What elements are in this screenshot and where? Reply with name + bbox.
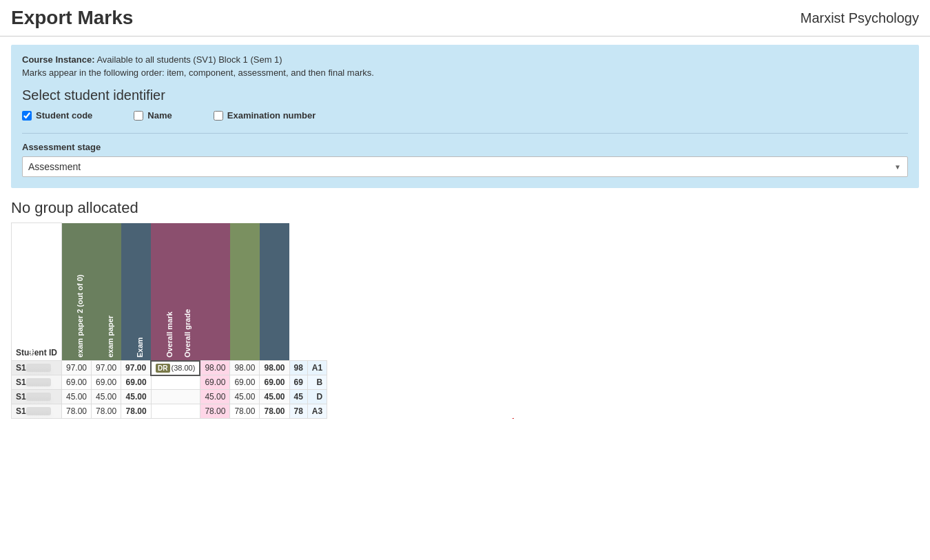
data-cell: 45.00 [62,390,92,404]
data-cell: 69.00 [230,375,260,390]
data-cell: 78.00 [62,404,92,419]
cb-exam-number[interactable] [214,111,223,121]
data-cell [151,375,200,390]
assessment-stage-select[interactable]: Assessment Final [22,156,908,177]
checkbox-row: Student code Name Examination number [22,110,908,121]
table-row: S1______78.0078.0078.0078.0078.0078.0078… [12,404,327,419]
data-cell: 69.00 [260,375,289,390]
dr-value: (38.00) [172,364,196,372]
dr-badge: DR [156,364,169,373]
th-exam: Exam [260,223,289,361]
divider [22,133,908,134]
student-id-cell: S1______ [12,361,62,375]
assessment-stage-label: Assessment stage [22,142,908,152]
data-cell: 97.00 [92,361,121,375]
data-cell: 78 [289,404,307,419]
table-row: S1______69.0069.0069.0069.0069.0069.0069… [12,375,327,390]
data-cell: 45.00 [260,390,289,404]
student-id-cell: S1______ [12,404,62,419]
assessment-stage-select-wrapper[interactable]: Assessment Final [22,156,908,177]
th-exam-paper3: exam paper [230,223,260,361]
cb-name-label[interactable]: Name [134,110,172,121]
data-cell: 78.00 [260,404,289,419]
dr-cell: DR(38.00) [151,361,200,375]
data-cell: 97.00 [121,361,152,375]
data-cell [151,404,200,419]
data-cell: 78.00 [121,404,152,419]
cb-student-code-text: Student code [36,110,92,121]
th-overall-grade: Overall grade [307,223,327,361]
course-instance-line: Course Instance: Available to all studen… [22,54,908,65]
data-cell: 97.00 [62,361,92,375]
data-cell: A1 [307,361,327,375]
course-instance-value: Available to all students (SV1) Block 1 … [96,54,282,65]
marks-table: Student ID Marxist Psychology Essay (out… [11,222,327,419]
student-id-cell: S1______ [12,390,62,404]
cb-student-code-label[interactable]: Student code [22,110,92,121]
cb-exam-number-text: Examination number [227,110,316,121]
data-cell: 98 [289,361,307,375]
th-student-id: Student ID [12,223,62,361]
th-overall-mark: Overall mark [289,223,307,361]
assessment-stage-section: Assessment stage Assessment Final [22,142,908,177]
data-cell: D [307,390,327,404]
data-cell: 78.00 [200,404,230,419]
data-cell: 45 [289,390,307,404]
data-cell: 98.00 [260,361,289,375]
section-title: No group allocated [11,199,919,217]
data-cell: A3 [307,404,327,419]
data-cell: 98.00 [230,361,260,375]
table-row: S1______97.0097.0097.00DR(38.00)98.0098.… [12,361,327,375]
data-cell: 69.00 [92,375,121,390]
data-cell: 45.00 [121,390,152,404]
data-cell: B [307,375,327,390]
student-id-cell: S1______ [12,375,62,390]
th-exam-paper2: exam paper 2 (out of 0) [200,223,230,361]
data-cell [151,390,200,404]
data-cell: 78.00 [92,404,121,419]
course-name: Marxist Psychology [800,10,919,26]
table-row: S1______45.0045.0045.0045.0045.0045.0045… [12,390,327,404]
th-exam-paper1: exam paper 1 (out of 100) [151,223,200,361]
cb-name-text: Name [147,110,172,121]
info-panel: Course Instance: Available to all studen… [11,45,919,188]
cb-name[interactable] [134,111,143,121]
data-cell: 69 [289,375,307,390]
course-instance-label: Course Instance: [22,54,94,65]
marks-order-line: Marks appear in the following order: ite… [22,68,908,78]
data-cell: 45.00 [92,390,121,404]
data-cell: 45.00 [200,390,230,404]
table-container: Student ID Marxist Psychology Essay (out… [11,222,919,419]
data-cell: 69.00 [200,375,230,390]
header: Export Marks Marxist Psychology [0,0,930,37]
data-cell: 45.00 [230,390,260,404]
page-title: Export Marks [11,7,133,29]
data-cell: 69.00 [121,375,152,390]
cb-exam-number-label[interactable]: Examination number [214,110,316,121]
select-identifier-title: Select student identifier [22,87,908,103]
data-cell: 98.00 [200,361,230,375]
data-cell: 69.00 [62,375,92,390]
cb-student-code[interactable] [22,111,32,121]
data-cell: 78.00 [230,404,260,419]
